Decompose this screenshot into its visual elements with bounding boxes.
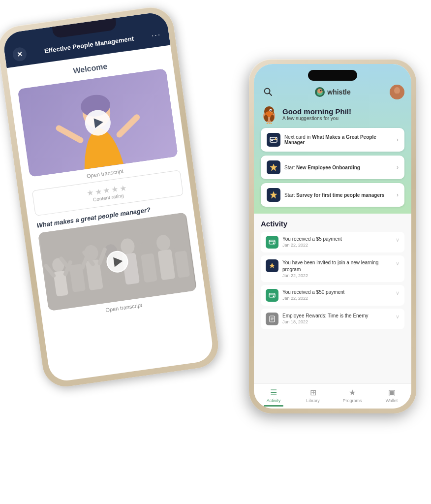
activity-nav-label: Activity	[267, 398, 281, 403]
svg-point-32	[320, 90, 322, 92]
side-button-power	[179, 63, 185, 92]
nav-programs[interactable]: ★ Programs	[333, 388, 372, 407]
content-area: Welcome	[7, 45, 208, 333]
activity-item-4[interactable]: Employee Rewards: Time is the Enemy Jan …	[261, 309, 404, 329]
suggestion-text-3: Start Survey for first time people manag…	[284, 192, 393, 198]
svg-point-56	[273, 243, 275, 244]
activity-item-2[interactable]: You have been invited to join a new lear…	[261, 255, 404, 282]
suggestion-icon-2	[267, 160, 280, 174]
video-card-1[interactable]	[18, 68, 178, 177]
chevron-icon-2: ›	[397, 164, 399, 171]
activity-text-4: Employee Rewards: Time is the Enemy	[282, 313, 392, 319]
nav-wallet[interactable]: ▣ Wallet	[372, 388, 411, 407]
greeting-text: Good morning Phil! A few suggestions for…	[282, 107, 351, 121]
close-button[interactable]: ✕	[12, 46, 28, 62]
activity-text-3: You received a $50 payment	[282, 289, 392, 296]
wallet-nav-label: Wallet	[386, 398, 398, 403]
phone-back: ✕ Effective People Management ··· Welcom…	[0, 4, 221, 390]
phone-back-shell: ✕ Effective People Management ··· Welcom…	[0, 4, 221, 390]
activity-content-4: Employee Rewards: Time is the Enemy Jan …	[282, 313, 392, 324]
logo-bird-icon	[314, 87, 325, 97]
star-icon	[270, 163, 277, 171]
phone-front: whistle	[249, 59, 416, 413]
nav-activity[interactable]: ☰ Activity	[254, 388, 293, 407]
svg-line-45	[267, 123, 268, 124]
top-bar: whistle	[261, 85, 404, 99]
close-icon: ✕	[16, 50, 23, 59]
greeting-row: Good morning Phil! A few suggestions for…	[261, 104, 404, 124]
library-nav-icon: ⊞	[310, 388, 316, 397]
activity-item-3[interactable]: You received a $50 payment Jan 22, 2022 …	[261, 285, 404, 306]
play-icon	[93, 117, 104, 128]
wallet-icon-2	[269, 292, 276, 299]
dots-menu[interactable]: ···	[151, 30, 162, 40]
svg-line-28	[269, 93, 272, 95]
suggestion-icon-3	[267, 188, 280, 202]
suggestion-card-1[interactable]: Next card in What Makes a Great People M…	[261, 128, 404, 152]
activity-text-2: You have been invited to join a new lear…	[282, 259, 392, 273]
article-icon	[266, 313, 278, 325]
phone-front-screen: whistle	[254, 64, 411, 409]
video-card-2[interactable]	[38, 212, 197, 311]
card-icon	[270, 136, 277, 144]
expand-icon-4: ∨	[396, 314, 400, 320]
active-indicator	[264, 405, 283, 407]
programs-nav-label: Programs	[342, 398, 362, 403]
svg-point-60	[273, 296, 275, 297]
star-icon-2	[269, 262, 276, 269]
activity-date-1: Jan 22, 2022	[282, 243, 392, 248]
payment-icon-1	[266, 236, 278, 249]
search-icon	[264, 88, 273, 96]
side-button-volume	[185, 101, 189, 121]
svg-line-47	[271, 123, 272, 124]
suggestion-text-2: Start New Employee Onboarding	[284, 165, 393, 170]
svg-point-35	[394, 87, 400, 94]
activity-title: Activity	[261, 220, 404, 228]
activity-item-1[interactable]: You received a $5 payment Jan 22, 2022 ∨	[261, 232, 404, 252]
activity-date-3: Jan 22, 2022	[282, 296, 392, 301]
avatar-image	[390, 85, 404, 99]
activity-nav-icon: ☰	[270, 388, 277, 397]
chevron-icon-1: ›	[397, 136, 399, 143]
svg-line-2	[59, 126, 81, 143]
suggestion-card-3[interactable]: Start Survey for first time people manag…	[261, 183, 404, 207]
logo-text: whistle	[327, 88, 350, 96]
scene: ✕ Effective People Management ··· Welcom…	[0, 0, 431, 504]
document-icon	[269, 315, 276, 322]
activity-content-1: You received a $5 payment Jan 22, 2022	[282, 236, 392, 248]
wallet-icon	[269, 239, 276, 246]
svg-marker-52	[270, 164, 277, 171]
learning-icon	[266, 259, 278, 272]
phone-back-screen: ✕ Effective People Management ··· Welcom…	[2, 11, 215, 383]
suggestion-text-1: Next card in What Makes a Great People M…	[284, 134, 393, 145]
programs-nav-icon: ★	[349, 388, 356, 397]
bottom-nav: ☰ Activity ⊞ Library ★ Programs ▣ Wal	[254, 383, 411, 409]
suggestion-card-2[interactable]: Start New Employee Onboarding ›	[261, 156, 404, 179]
payment-icon-2	[266, 289, 278, 302]
star-badge-icon	[270, 191, 277, 199]
svg-point-31	[317, 89, 322, 94]
svg-marker-57	[269, 263, 275, 268]
user-avatar[interactable]	[390, 85, 404, 99]
dynamic-island	[308, 70, 357, 81]
wallet-nav-icon: ▣	[388, 388, 396, 397]
svg-point-41	[270, 110, 271, 111]
search-button[interactable]	[261, 85, 276, 99]
activity-area: Activity You received a $5 payment Jan 2	[254, 214, 411, 383]
svg-marker-53	[270, 191, 277, 198]
chevron-icon-3: ›	[397, 191, 399, 198]
activity-text-1: You received a $5 payment	[282, 236, 392, 243]
header-area: whistle	[254, 64, 411, 214]
activity-date-2: Jan 22, 2022	[282, 273, 392, 278]
activity-content-3: You received a $50 payment Jan 22, 2022	[282, 289, 392, 301]
suggestion-icon-1	[267, 133, 280, 147]
svg-rect-50	[271, 140, 273, 141]
nav-library[interactable]: ⊞ Library	[293, 388, 333, 407]
logo: whistle	[314, 87, 350, 97]
activity-date-4: Jan 18, 2022	[282, 319, 392, 324]
activity-content-2: You have been invited to join a new lear…	[282, 259, 392, 278]
play-icon-2	[113, 256, 123, 267]
greeting-title: Good morning Phil!	[282, 107, 351, 116]
svg-line-3	[117, 117, 139, 134]
library-nav-label: Library	[306, 398, 320, 403]
